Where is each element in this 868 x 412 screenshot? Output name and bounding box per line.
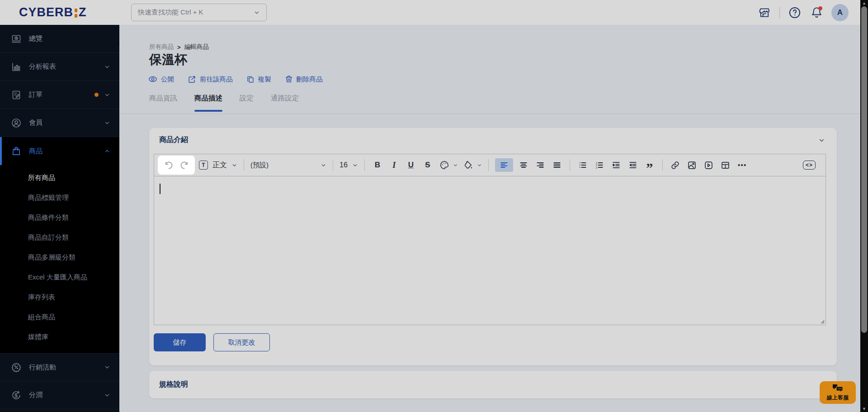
notifications-bell-icon[interactable] [810, 6, 823, 19]
indent-increase-button[interactable] [610, 158, 623, 172]
tabs-divider [119, 114, 860, 114]
highlight-bucket-icon[interactable] [462, 158, 475, 172]
insert-video-button[interactable] [703, 158, 715, 172]
submenu-product-tags[interactable]: 商品標籤管理 [0, 188, 119, 208]
more-tools-button[interactable]: ⋯ [736, 158, 749, 172]
font-size-select[interactable]: 16 [340, 161, 358, 169]
submenu-excel-import[interactable]: Excel 大量匯入商品 [0, 267, 119, 287]
text-color-palette-icon[interactable] [438, 158, 451, 172]
toolbar-divider [488, 159, 489, 171]
sidebar-products-group: 商品 所有商品 商品標籤管理 商品條件分類 商品自訂分類 商品多層級分類 Exc… [0, 137, 119, 353]
submenu-multilevel-category[interactable]: 商品多層級分類 [0, 247, 119, 267]
source-code-button[interactable]: <> [803, 161, 816, 170]
submenu-all-products[interactable]: 所有商品 [0, 168, 119, 188]
undo-icon[interactable] [162, 158, 175, 172]
breadcrumb-parent[interactable]: 所有商品 [149, 43, 174, 51]
product-tabs: 商品資訊 商品描述 設定 通路設定 [149, 94, 299, 109]
logo-colon-icon [75, 9, 77, 18]
page-title: 保溫杯 [149, 51, 187, 68]
card-collapse-chevron-icon[interactable] [818, 137, 825, 144]
align-justify-button[interactable] [551, 158, 563, 172]
insert-table-button[interactable] [719, 158, 732, 172]
storefront-icon[interactable] [758, 6, 771, 19]
sidebar-item-members[interactable]: 會員 [0, 109, 119, 137]
resize-handle-icon[interactable] [820, 319, 825, 324]
underline-button[interactable]: U [405, 158, 417, 172]
chevron-down-icon[interactable] [453, 163, 458, 168]
blockquote-button[interactable]: ” [643, 158, 656, 172]
submenu-media-library[interactable]: 媒體庫 [0, 327, 119, 347]
text-style-icon: T [199, 161, 208, 170]
sidebar-item-label: 總覽 [29, 34, 42, 43]
product-actions: 公開 前往該商品 複製 刪除商品 [148, 75, 323, 84]
duplicate-action[interactable]: 複製 [246, 75, 271, 84]
toolbar-divider [364, 159, 365, 171]
topbar-icons: A [758, 0, 860, 25]
align-left-button[interactable] [495, 158, 513, 172]
toolbar-divider [570, 159, 570, 171]
submenu-bundle-products[interactable]: 組合商品 [0, 307, 119, 327]
paragraph-style-value: 正文 [212, 161, 227, 170]
chevron-down-icon [104, 64, 110, 70]
redo-icon[interactable] [178, 158, 190, 172]
sidebar-item-marketing[interactable]: 行銷活動 [0, 353, 119, 381]
logo-text-left: CYBERB [19, 5, 73, 19]
chat-bubbles-icon [832, 384, 844, 393]
cyberbiz-logo[interactable]: CYBERB Z [19, 0, 87, 25]
topbar: CYBERB Z 快速查找功能 Ctrl + K A [0, 0, 868, 25]
submenu-custom-category[interactable]: 商品自訂分類 [0, 227, 119, 247]
goto-product-action[interactable]: 前往該商品 [188, 75, 233, 84]
submenu-inventory-list[interactable]: 庫存列表 [0, 287, 119, 307]
bullet-list-button[interactable] [576, 158, 589, 172]
sidebar-item-profit[interactable]: $ 分潤 [0, 381, 119, 409]
sidebar-item-label: 分析報表 [29, 62, 56, 71]
tab-product-description[interactable]: 商品描述 [194, 94, 222, 109]
paragraph-style-select[interactable]: T 正文 [199, 161, 237, 170]
breadcrumb-current: 編輯商品 [184, 43, 209, 51]
numbered-list-button[interactable]: 123 [593, 158, 606, 172]
chevron-down-icon[interactable] [477, 163, 482, 168]
scrollbar-thumb[interactable] [861, 6, 867, 333]
notification-badge [818, 6, 822, 10]
svg-text:$: $ [14, 392, 18, 398]
window-scrollbar[interactable]: ▲ ▼ [860, 0, 868, 412]
analytics-icon [11, 62, 22, 72]
tab-product-info[interactable]: 商品資訊 [149, 94, 177, 109]
align-center-button[interactable] [517, 158, 530, 172]
sidebar-item-overview[interactable]: 總覽 [0, 25, 119, 53]
strikethrough-button[interactable]: S [421, 158, 434, 172]
chevron-down-icon [231, 162, 237, 168]
rich-text-editor[interactable] [154, 176, 826, 325]
submenu-condition-category[interactable]: 商品條件分類 [0, 208, 119, 227]
publish-action[interactable]: 公開 [148, 75, 174, 84]
italic-button[interactable]: I [388, 158, 401, 172]
bold-button[interactable]: B [371, 158, 384, 172]
editor-toolbar: T 正文 (預設) 16 [154, 154, 826, 176]
scroll-down-arrow-icon[interactable]: ▼ [860, 406, 868, 412]
product-intro-card: 商品介紹 T 正文 [149, 128, 837, 365]
help-icon[interactable] [788, 6, 802, 19]
save-button[interactable]: 儲存 [154, 333, 206, 351]
cancel-changes-button[interactable]: 取消更改 [213, 333, 270, 351]
live-chat-button[interactable]: 線上客服 [820, 381, 856, 404]
avatar[interactable]: A [831, 4, 849, 21]
sidebar-item-products[interactable]: 商品 [0, 137, 119, 165]
sidebar-item-analytics[interactable]: 分析報表 [0, 53, 119, 81]
topbar-divider [779, 7, 780, 19]
sidebar-item-orders[interactable]: 訂單 [0, 81, 119, 109]
quick-search-input[interactable]: 快速查找功能 Ctrl + K [131, 4, 267, 21]
products-bag-icon [11, 146, 22, 156]
tab-settings[interactable]: 設定 [240, 94, 254, 109]
tab-channel-settings[interactable]: 通路設定 [271, 94, 299, 109]
sidebar: 總覽 分析報表 訂單 會員 [0, 25, 119, 412]
link-button[interactable] [669, 158, 682, 172]
text-cursor [160, 184, 160, 194]
sidebar-item-label: 會員 [29, 118, 42, 127]
scroll-up-arrow-icon[interactable]: ▲ [860, 0, 868, 6]
align-right-button[interactable] [534, 158, 547, 172]
delete-product-action[interactable]: 刪除商品 [285, 75, 323, 84]
indent-decrease-button[interactable] [627, 158, 639, 172]
font-family-select[interactable]: (預設) [250, 161, 326, 170]
insert-image-button[interactable] [686, 158, 698, 172]
undo-redo-spotlight [158, 156, 195, 175]
